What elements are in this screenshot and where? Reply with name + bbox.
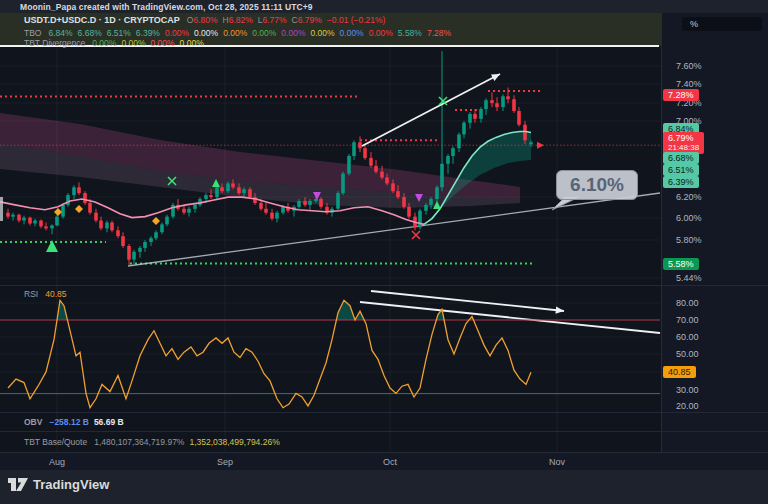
price-axis-badge: 6.79%21:48:38 (663, 132, 704, 154)
tbo-value: 0.00% (310, 28, 334, 38)
pane-separator-obv-tbt[interactable] (0, 431, 768, 432)
obv-label[interactable]: OBV (24, 417, 42, 427)
tbt-base-quote-label[interactable]: TBT Base/Quote (24, 437, 87, 447)
rsi-value: 40.85 (45, 289, 66, 299)
price-axis-label: 6.20% (676, 192, 702, 202)
rsi-axis-label: 80.00 (676, 298, 699, 308)
price-axis-badge: 7.28% (663, 89, 699, 101)
tbo-value: 5.58% (398, 28, 422, 38)
price-axis-label: 5.80% (676, 235, 702, 245)
tbt-divergence-value: 0.00% (92, 38, 116, 48)
tbo-value: 6.39% (136, 28, 160, 38)
time-axis-label-nov: Nov (549, 457, 565, 467)
ohlc-value: 6.77% (263, 15, 287, 25)
price-callout-drawing[interactable]: 6.10% (556, 170, 638, 200)
tbt-divergence-value: 0.00% (121, 38, 145, 48)
pane-separator-rsi-obv[interactable] (0, 412, 768, 413)
time-axis-label-oct: Oct (383, 457, 397, 467)
price-axis-badge: 40.85 (663, 366, 696, 378)
tbo-value: 7.28% (427, 28, 451, 38)
tbt-divergence-label[interactable]: TBT Divergence (24, 38, 85, 48)
tbt-quote-value: 1,352,038,499,794.26% (189, 437, 279, 447)
tbo-value: 0.00% (340, 28, 364, 38)
rsi-legend-row[interactable]: RSI 40.85 (24, 289, 66, 299)
price-axis-badge: 5.58% (663, 258, 699, 270)
tbo-indicator-label[interactable]: TBO (24, 28, 41, 38)
rsi-axis-label: 30.00 (676, 385, 699, 395)
tbo-value: 6.51% (107, 28, 131, 38)
rsi-axis-label: 20.00 (676, 401, 699, 411)
ohlc-value: 6.79% (298, 15, 322, 25)
symbol-title[interactable]: USDT.D+USDC.D · 1D · CRYPTOCAP (24, 15, 180, 25)
price-axis-label: 6.00% (676, 213, 702, 223)
ohlc-value: 6.82% (229, 15, 253, 25)
change-value: −0.01 (−0.21%) (327, 15, 386, 25)
price-axis-label: 7.60% (676, 61, 702, 71)
price-axis-label: 7.40% (676, 79, 702, 89)
tbo-value: 0.00% (194, 28, 218, 38)
legend-tbt-divergence-row[interactable]: TBT Divergence 0.00%0.00%0.00%0.00% (24, 38, 204, 48)
ohlc-pair: L6.77% (258, 15, 287, 25)
tbo-value: 6.84% (48, 28, 72, 38)
obv-value-2: 56.69 B (94, 417, 124, 427)
legend-symbol-row[interactable]: USDT.D+USDC.D · 1D · CRYPTOCAP O6.80%H6.… (24, 15, 385, 25)
bottom-margin (0, 470, 768, 504)
tradingview-logo[interactable]: TradingView (8, 477, 109, 492)
price-axis-badge: 6.39% (663, 176, 699, 188)
ohlc-pair: C6.79% (292, 15, 322, 25)
chart-plot-area[interactable] (0, 13, 661, 452)
tradingview-logo-text: TradingView (33, 477, 109, 492)
tbo-value: 0.00% (223, 28, 247, 38)
tbt-base-value: 1,480,107,364,719.97% (94, 437, 184, 447)
pane-separator-main-rsi[interactable] (0, 285, 768, 286)
tbt-base-quote-row[interactable]: TBT Base/Quote 1,480,107,364,719.97% 1,3… (24, 437, 280, 447)
time-axis-label-sep: Sep (217, 457, 233, 467)
ohlc-pair: H6.82% (223, 15, 253, 25)
obv-value-1: −258.12 B (49, 417, 88, 427)
tbo-value: 0.00% (252, 28, 276, 38)
tbo-value: 6.68% (78, 28, 102, 38)
rsi-axis-label: 70.00 (676, 315, 699, 325)
attribution-text: Moonin_Papa created with TradingView.com… (20, 2, 313, 12)
tbt-divergence-value: 0.00% (180, 38, 204, 48)
ohlc-value: 6.80% (193, 15, 217, 25)
tbo-value: 0.00% (165, 28, 189, 38)
tbt-divergence-value: 0.00% (150, 38, 174, 48)
axis-unit-label: % (690, 19, 698, 29)
price-axis-label: 5.44% (676, 273, 702, 283)
price-axis-badge: 6.51% (663, 164, 699, 176)
rsi-axis-label: 50.00 (676, 349, 699, 359)
legend-tbo-row[interactable]: TBO 6.84%6.68%6.51%6.39%0.00%0.00%0.00%0… (24, 28, 451, 38)
callout-text: 6.10% (570, 174, 624, 195)
obv-legend-row[interactable]: OBV −258.12 B 56.69 B (24, 417, 124, 427)
tradingview-logo-icon (8, 477, 28, 492)
axis-unit-box[interactable]: % (682, 17, 762, 31)
rsi-label[interactable]: RSI (24, 289, 38, 299)
price-axis-badge: 6.68% (663, 152, 699, 164)
time-axis-label-aug: Aug (49, 457, 65, 467)
tbo-value: 0.00% (369, 28, 393, 38)
ohlc-pair: O6.80% (187, 15, 218, 25)
tbo-value: 0.00% (281, 28, 305, 38)
rsi-axis-label: 60.00 (676, 332, 699, 342)
tradingview-chart-window: Moonin_Papa created with TradingView.com… (0, 0, 768, 504)
